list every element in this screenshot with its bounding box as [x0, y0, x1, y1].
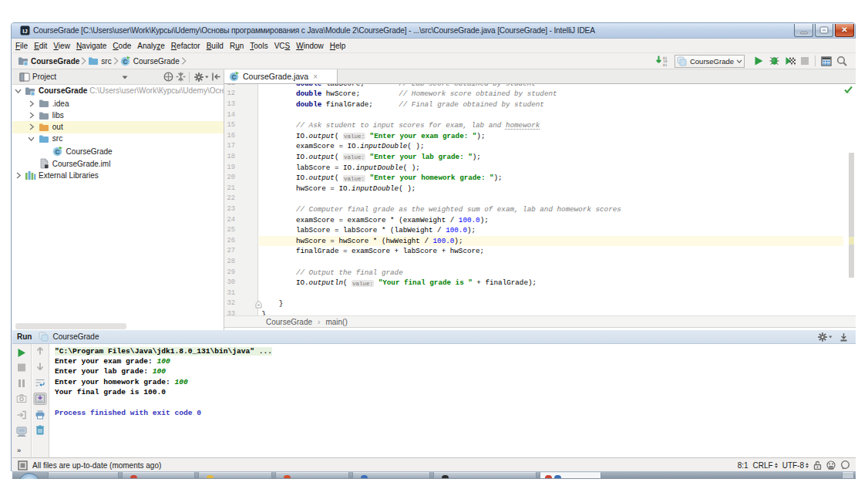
nav-crumb-coursegrade[interactable]: CourseGrade	[18, 56, 79, 66]
show-console-icon[interactable]	[16, 427, 27, 437]
menu-run[interactable]: Run	[227, 42, 247, 50]
tree-item-coursegrade-iml[interactable]: CourseGrade.iml	[12, 158, 224, 170]
scroll-to-end-toggle[interactable]	[34, 393, 47, 405]
line-separator-widget[interactable]: CRLF	[753, 461, 778, 470]
code-editor[interactable]: 1112131415161718192021222324252627282930…	[224, 84, 856, 315]
tree-item-src[interactable]: src	[12, 133, 224, 145]
stop-process-button[interactable]	[17, 363, 25, 372]
menu-window[interactable]: Window	[293, 42, 327, 50]
run-tab-coursegrade[interactable]: CourseGrade	[39, 332, 99, 342]
chevron-down-icon[interactable]	[28, 136, 35, 142]
minimize-button[interactable]	[794, 24, 813, 37]
tree-item--idea[interactable]: .idea	[12, 98, 224, 110]
nav-crumb-coursegrade[interactable]: CCourseGrade	[120, 56, 180, 66]
console-in-text: 100	[174, 378, 187, 386]
menu-code[interactable]: Code	[109, 42, 134, 50]
line-number: 33	[224, 309, 235, 315]
taskbar-button[interactable]	[122, 472, 195, 479]
close-button[interactable]: ✕	[835, 24, 854, 37]
menu-file[interactable]: File	[12, 42, 31, 50]
chevron-down-icon[interactable]	[15, 88, 22, 94]
tree-item-coursegrade[interactable]: CCourseGrade	[12, 146, 224, 158]
code-m: inputDouble	[352, 184, 399, 193]
toolwindow-toggle-icon[interactable]	[18, 460, 28, 470]
windows-taskbar[interactable]	[12, 471, 856, 479]
folder-blue-icon	[39, 133, 49, 144]
show-desktop-button[interactable]	[842, 472, 854, 479]
collapse-all-icon[interactable]	[176, 72, 186, 82]
run-settings-gear-icon[interactable]	[817, 332, 833, 342]
event-log-bubble-icon[interactable]	[840, 460, 850, 470]
taskbar-button[interactable]	[540, 472, 601, 479]
menu-help[interactable]: Help	[327, 42, 349, 50]
inspection-ok-icon[interactable]	[844, 86, 853, 93]
more-tools-icon[interactable]: »	[17, 447, 26, 454]
menu-tools[interactable]: Tools	[247, 42, 271, 50]
taskbar-button[interactable]	[275, 472, 349, 479]
taskbar-button[interactable]	[198, 472, 272, 479]
hide-run-panel-icon[interactable]	[839, 332, 848, 342]
project-tree-hscrollbar[interactable]	[15, 323, 126, 329]
run-panel-header[interactable]: Run CourseGrade	[12, 330, 856, 344]
caret-position-widget[interactable]: 8:1	[738, 461, 749, 470]
taskbar-button[interactable]	[352, 472, 430, 479]
run-console[interactable]: "C:\Program Files\Java\jdk1.8.0_131\bin\…	[50, 344, 856, 457]
maximize-button[interactable]	[815, 24, 833, 37]
project-structure-icon[interactable]	[821, 56, 832, 66]
nav-crumb-src[interactable]: src	[88, 56, 111, 66]
tree-item-out[interactable]: out	[12, 121, 224, 133]
gear-icon[interactable]	[193, 72, 209, 83]
taskbar-button[interactable]	[48, 472, 119, 479]
encoding-widget[interactable]: UTF-8	[782, 461, 809, 470]
breadcrumb-CourseGrade[interactable]: CourseGrade	[266, 318, 312, 326]
menu-analyze[interactable]: Analyze	[134, 42, 168, 50]
menu-vcs[interactable]: VCS	[271, 42, 294, 50]
down-stacktrace-button[interactable]	[36, 362, 45, 371]
chevron-right-icon[interactable]	[29, 100, 35, 107]
project-icon	[25, 86, 35, 96]
tree-item-external-libraries[interactable]: External Libraries	[12, 170, 224, 182]
breadcrumb-main[interactable]: main()	[325, 318, 347, 326]
taskbar-button[interactable]	[433, 472, 537, 479]
menu-edit[interactable]: Edit	[31, 42, 50, 50]
menu-build[interactable]: Build	[204, 42, 227, 50]
chevron-right-icon[interactable]	[15, 172, 22, 179]
hector-highlighting-icon[interactable]	[826, 460, 836, 470]
search-everywhere-icon[interactable]	[836, 56, 847, 66]
lock-open-icon[interactable]	[813, 460, 822, 470]
project-panel-header[interactable]: Project	[12, 69, 224, 85]
tab-close-icon[interactable]: ×	[313, 73, 318, 81]
print-console-icon[interactable]	[35, 410, 45, 420]
update-with-digits-icon[interactable]: 011001	[656, 56, 669, 66]
tab-coursegrade-java[interactable]: C CourseGrade.java ×	[224, 69, 338, 83]
up-stacktrace-button[interactable]	[36, 346, 45, 356]
exit-icon[interactable]	[17, 410, 26, 420]
hide-panel-icon[interactable]	[211, 72, 221, 82]
debug-button[interactable]	[769, 56, 780, 66]
soft-wrap-toggle[interactable]	[35, 378, 45, 387]
clear-all-icon[interactable]	[35, 425, 45, 435]
run-with-coverage-button[interactable]	[785, 56, 796, 66]
menu-view[interactable]: View	[50, 42, 73, 50]
code-cu: homework	[506, 121, 540, 130]
run-configuration-select[interactable]: CourseGrade	[675, 55, 745, 68]
thread-dump-icon[interactable]	[16, 394, 26, 403]
stop-button[interactable]	[800, 56, 809, 66]
chevron-right-icon[interactable]	[29, 123, 35, 130]
project-views-caret-icon[interactable]	[122, 76, 128, 79]
title-bar[interactable]: IJ CourseGrade [C:\Users\user\Work\Курсы…	[12, 23, 855, 39]
rerun-button[interactable]	[17, 348, 26, 358]
chevron-right-icon[interactable]	[29, 112, 35, 119]
header-separator	[189, 72, 190, 83]
pause-output-button[interactable]	[18, 379, 25, 388]
run-button[interactable]	[753, 56, 764, 66]
editor-scrollbar[interactable]	[849, 153, 854, 278]
menu-refactor[interactable]: Refactor	[168, 42, 204, 50]
line-number: 32	[224, 298, 235, 309]
tree-item-coursegrade[interactable]: CourseGrade C:\Users\user\Work\Курсы\Ude…	[12, 85, 224, 97]
menu-navigate[interactable]: Navigate	[73, 42, 109, 50]
locate-icon[interactable]	[163, 72, 173, 82]
fold-marker-icon[interactable]	[255, 300, 262, 309]
start-orb[interactable]	[19, 473, 40, 479]
tree-item-libs[interactable]: libs	[12, 110, 224, 122]
